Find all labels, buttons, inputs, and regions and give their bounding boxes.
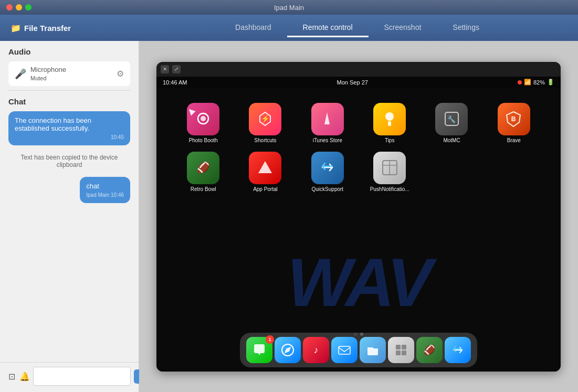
sidebar: Audio 🎤 Microphone Muted ⚙ Chat The conn… (0, 41, 139, 392)
battery-icon: 🔋 (547, 79, 554, 86)
tab-settings[interactable]: Settings (437, 19, 495, 37)
device-frame[interactable]: ✕ ⤢ 10:46 AM Mon Sep 27 📶 82% 🔋 (156, 62, 561, 372)
audio-item-left: 🎤 Microphone Muted (15, 66, 66, 82)
notification-button[interactable]: 🔔 (19, 372, 30, 382)
svg-rect-22 (396, 351, 401, 355)
title-bar: Ipad Main (0, 0, 578, 15)
app-motmc[interactable]: 🔧 MotMC (421, 99, 482, 147)
frame-close-btn[interactable]: ✕ (161, 65, 169, 73)
app-retro-bowl-icon: 🏈 (187, 152, 219, 184)
dock-files[interactable] (360, 337, 386, 363)
battery-indicator (518, 80, 522, 84)
app-tips-icon (373, 103, 406, 135)
dock-grid[interactable] (388, 337, 414, 363)
minimize-button[interactable] (16, 4, 22, 10)
app-push-icon (373, 152, 406, 184)
app-motmc-label: MotMC (443, 137, 460, 143)
svg-marker-17 (283, 345, 292, 354)
chat-input-row: ⊡ 🔔 Send (0, 362, 139, 392)
chat-message-2: chat Ipad Main 10:46 (80, 177, 130, 203)
messages-badge: 1 (266, 335, 274, 344)
app-tips-label: Tips (385, 137, 395, 143)
remote-area: ✕ ⤢ 10:46 AM Mon Sep 27 📶 82% 🔋 (139, 41, 578, 392)
chat-message-2-text: chat (86, 182, 99, 190)
svg-text:🏈: 🏈 (424, 344, 436, 356)
close-button[interactable] (6, 4, 13, 10)
frame-controls: ✕ ⤢ (156, 62, 561, 77)
audio-title: Audio (8, 47, 130, 56)
svg-text:♪: ♪ (314, 345, 319, 355)
wifi-icon: 📶 (524, 79, 531, 86)
app-push-label: PushNotificatio... (370, 186, 409, 192)
app-portal-label: App Portal (253, 186, 278, 192)
mic-status: Muted (30, 75, 66, 82)
svg-point-5 (385, 112, 394, 121)
clipboard-note: Text has been copied to the device clipb… (8, 150, 130, 173)
audio-section: Audio 🎤 Microphone Muted ⚙ (0, 41, 139, 90)
tab-remote-control[interactable]: Remote control (287, 19, 369, 37)
app-itunes[interactable]: iTunes Store (297, 99, 359, 147)
dock-retro-bowl[interactable]: 🏈 (416, 337, 443, 363)
svg-marker-12 (258, 161, 272, 173)
app-shortcuts-icon: ⚡ (249, 103, 281, 135)
chat-input[interactable] (33, 367, 131, 386)
dock-remote[interactable] (445, 337, 471, 363)
dock-safari[interactable] (275, 337, 301, 363)
gear-icon[interactable]: ⚙ (117, 69, 124, 79)
status-time: 10:46 AM (163, 79, 187, 86)
status-right: 📶 82% 🔋 (518, 79, 554, 86)
tab-dashboard[interactable]: Dashboard (219, 19, 287, 37)
app-quicksupport[interactable]: QuickSupport (297, 147, 359, 196)
dock-mail[interactable] (331, 337, 358, 363)
battery-percent: 82% (533, 79, 545, 86)
wallpaper-bg: WAV (156, 235, 561, 330)
ipad-screen: 10:46 AM Mon Sep 27 📶 82% 🔋 (156, 77, 561, 372)
app-motmc-icon: 🔧 (435, 103, 468, 135)
svg-rect-21 (402, 345, 406, 349)
app-retro-bowl-label: Retro Bowl (191, 186, 216, 192)
top-nav: 📁 File Transfer Dashboard Remote control… (0, 15, 578, 41)
chat-message-2-sender: Ipad Main 10:46 (86, 192, 124, 198)
app-grid: Photo Booth ⚡ Shortcuts iTunes Store (156, 88, 561, 207)
chat-message-1-text: The connection has been established succ… (15, 116, 91, 132)
svg-text:🏈: 🏈 (196, 161, 209, 174)
app-itunes-icon (311, 103, 344, 135)
app-portal-icon (249, 152, 281, 184)
app-portal[interactable]: App Portal (234, 147, 296, 196)
dock: 1 ♪ (240, 333, 477, 367)
app-shortcuts-label: Shortcuts (254, 137, 276, 143)
svg-marker-4 (324, 112, 330, 124)
dock-music[interactable]: ♪ (303, 337, 329, 363)
app-quicksupport-label: QuickSupport (312, 186, 344, 192)
svg-rect-23 (402, 351, 406, 355)
app-retro-bowl[interactable]: 🏈 Retro Bowl (172, 147, 234, 196)
nav-tabs: Dashboard Remote control Screenshot Sett… (147, 19, 568, 37)
app-brave-icon: B (498, 103, 530, 135)
window-title: Ipad Main (274, 4, 304, 12)
app-itunes-label: iTunes Store (313, 137, 342, 143)
traffic-lights (6, 4, 31, 10)
svg-point-1 (201, 116, 206, 121)
app-photo-booth-label: Photo Booth (189, 137, 218, 143)
app-shortcuts[interactable]: ⚡ Shortcuts (234, 99, 296, 147)
tab-screenshot[interactable]: Screenshot (369, 19, 437, 37)
dock-messages[interactable]: 1 (246, 337, 272, 363)
chat-messages: The connection has been established succ… (8, 111, 130, 354)
svg-text:🔧: 🔧 (447, 115, 456, 124)
screenshot-button[interactable]: ⊡ (8, 372, 15, 382)
svg-text:B: B (511, 115, 516, 123)
chat-message-1-time: 10:45 (15, 134, 124, 140)
app-push[interactable]: PushNotificatio... (359, 147, 421, 196)
app-brave[interactable]: B Brave (483, 99, 545, 147)
chat-message-1: The connection has been established succ… (8, 111, 130, 145)
frame-expand-btn[interactable]: ⤢ (172, 65, 181, 73)
status-bar: 10:46 AM Mon Sep 27 📶 82% 🔋 (156, 77, 561, 88)
maximize-button[interactable] (25, 4, 31, 10)
svg-text:⚡: ⚡ (260, 114, 270, 123)
app-tips[interactable]: Tips (359, 99, 421, 147)
status-date: Mon Sep 27 (337, 79, 368, 86)
svg-rect-20 (396, 345, 401, 349)
chat-section: Chat The connection has been established… (0, 91, 139, 358)
app-photo-booth[interactable]: Photo Booth (172, 99, 234, 147)
app-brave-label: Brave (507, 137, 521, 143)
